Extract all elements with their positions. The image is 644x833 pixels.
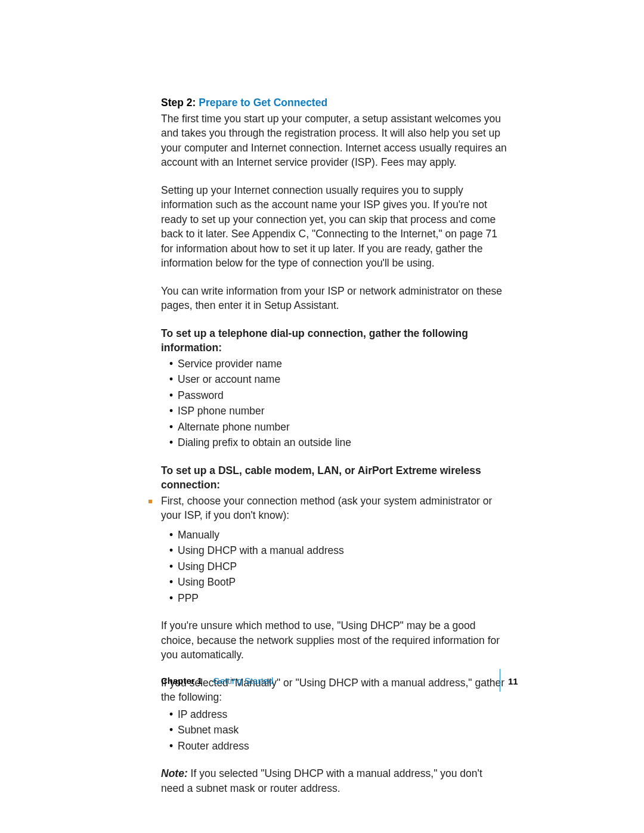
dhcp-hint-paragraph: If you're unsure which method to use, "U…: [161, 618, 507, 662]
manual-list: IP address Subnet mask Router address: [161, 707, 507, 754]
step-number: Step 2:: [161, 97, 196, 109]
page-number: 11: [508, 677, 518, 686]
page-body: Step 2: Prepare to Get Connected The fir…: [161, 95, 507, 809]
page-footer: Chapter 1 Getting Started 11: [161, 676, 519, 685]
chapter-title: Getting Started: [213, 676, 273, 686]
list-item: Password: [169, 388, 507, 403]
intro-paragraph-1: The first time you start up your compute…: [161, 112, 507, 170]
dsl-intro-block: First, choose your connection method (as…: [148, 494, 507, 523]
list-item: Service provider name: [169, 357, 507, 371]
list-item: PPP: [169, 591, 507, 606]
step-heading: Step 2: Prepare to Get Connected: [161, 95, 507, 110]
dsl-intro-text: First, choose your connection method (as…: [148, 494, 507, 523]
footer-left: Chapter 1 Getting Started: [161, 676, 273, 685]
list-item: ISP phone number: [169, 404, 507, 419]
list-item: Using DHCP with a manual address: [169, 543, 507, 558]
footer-divider: [500, 669, 500, 692]
note-label: Note:: [161, 767, 188, 779]
list-item: Using BootP: [169, 575, 507, 590]
list-item: Manually: [169, 528, 507, 543]
list-item: Subnet mask: [169, 723, 507, 738]
methods-list: Manually Using DHCP with a manual addres…: [161, 528, 507, 606]
list-item: Using DHCP: [169, 559, 507, 574]
list-item: Alternate phone number: [169, 420, 507, 435]
dsl-subhead: To set up a DSL, cable modem, LAN, or Ai…: [161, 463, 507, 493]
list-item: Dialing prefix to obtain an outside line: [169, 435, 507, 450]
note-text: If you selected "Using DHCP with a manua…: [161, 767, 482, 794]
list-item: User or account name: [169, 372, 507, 387]
document-page: Step 2: Prepare to Get Connected The fir…: [0, 0, 644, 833]
step-title: Prepare to Get Connected: [199, 97, 327, 109]
chapter-label: Chapter 1: [161, 676, 202, 686]
dialup-list: Service provider name User or account na…: [161, 357, 507, 450]
dialup-subhead: To set up a telephone dial-up connection…: [161, 326, 507, 355]
note-paragraph: Note: If you selected "Using DHCP with a…: [161, 766, 507, 795]
list-item: Router address: [169, 739, 507, 754]
intro-paragraph-3: You can write information from your ISP …: [161, 284, 507, 313]
list-item: IP address: [169, 707, 507, 722]
intro-paragraph-2: Setting up your Internet connection usua…: [161, 183, 507, 271]
